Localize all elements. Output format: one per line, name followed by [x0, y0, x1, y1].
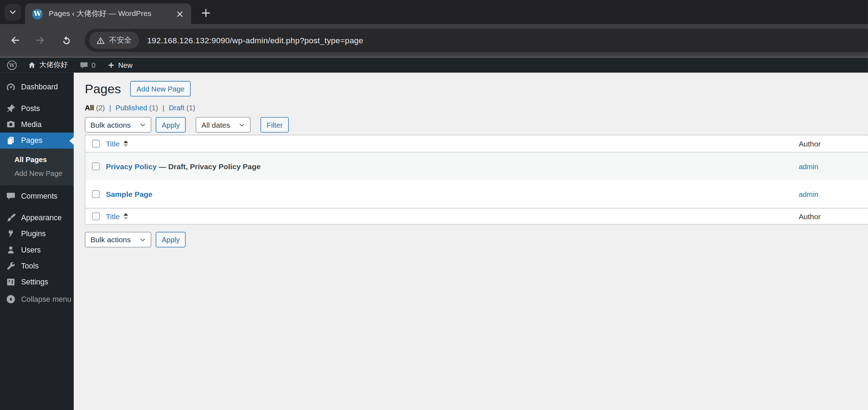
- sidebar-item-label: Tools: [21, 262, 39, 270]
- tab-title-wrap: Pages ‹ 大佬你好 — WordPres: [49, 8, 172, 19]
- forward-button[interactable]: [30, 31, 49, 50]
- apply-button[interactable]: Apply: [156, 117, 186, 133]
- menu-separator: [0, 204, 74, 210]
- submenu-add-new-page[interactable]: Add New Page: [0, 166, 74, 180]
- sidebar-item-posts[interactable]: Posts: [0, 100, 74, 116]
- tab-close-icon[interactable]: [175, 9, 185, 19]
- pushpin-icon: [6, 103, 16, 114]
- page-header: Pages Add New Page: [85, 81, 868, 96]
- filter-label: Published: [116, 104, 147, 112]
- sidebar-item-label: Pages: [21, 137, 42, 145]
- user-icon: [6, 245, 16, 255]
- wp-admin-bar: W 大佬你好 0 New: [0, 58, 868, 73]
- title-sort-link[interactable]: Title: [106, 139, 120, 148]
- title-header-cell: Title: [106, 139, 799, 148]
- comment-bubble-icon: [80, 61, 88, 69]
- filter-all-link[interactable]: All (2): [85, 104, 105, 112]
- browser-toolbar: 不安全 192.168.126.132:9090/wp-admin/edit.p…: [0, 24, 868, 56]
- home-icon: [28, 61, 36, 69]
- filter-label: All: [85, 104, 94, 112]
- sidebar-item-label: Appearance: [21, 214, 62, 222]
- tab-actions-button[interactable]: [5, 4, 21, 21]
- new-label: New: [118, 61, 133, 69]
- select-all-checkbox[interactable]: [92, 140, 100, 148]
- row-checkbox-cell: [85, 190, 106, 198]
- add-new-page-button[interactable]: Add New Page: [130, 81, 191, 96]
- media-icon: [6, 119, 16, 130]
- security-label: 不安全: [109, 35, 131, 45]
- security-chip[interactable]: 不安全: [89, 32, 139, 49]
- sidebar-item-plugins[interactable]: Plugins: [0, 226, 74, 242]
- select-value: Bulk actions: [90, 236, 131, 244]
- select-all-checkbox[interactable]: [92, 212, 100, 220]
- collapse-menu-button[interactable]: Collapse menu: [0, 291, 74, 307]
- author-link[interactable]: admin: [799, 190, 818, 198]
- table-header-row: Title Author: [85, 135, 868, 153]
- author-header-cell: Author: [799, 139, 868, 148]
- dates-filter-select[interactable]: All dates: [196, 117, 251, 133]
- pages-submenu: All Pages Add New Page: [0, 149, 74, 185]
- table-toolbar-top: Bulk actions Apply All dates Filter: [85, 117, 868, 133]
- wordpress-logo-icon: W: [7, 60, 17, 70]
- status-filter-links: All (2) | Published (1) | Draft (1): [85, 104, 868, 112]
- browser-tab[interactable]: W Pages ‹ 大佬你好 — WordPres: [25, 3, 191, 24]
- bulk-actions-select[interactable]: Bulk actions: [85, 117, 151, 133]
- filter-draft-link[interactable]: Draft (1): [169, 104, 195, 112]
- sidebar-item-label: Users: [21, 246, 41, 254]
- sort-arrows-icon: [124, 140, 128, 147]
- sort-arrows-icon: [124, 213, 128, 220]
- select-value: All dates: [201, 121, 230, 129]
- submenu-all-pages[interactable]: All Pages: [0, 153, 74, 166]
- author-footer-cell: Author: [799, 212, 868, 220]
- row-checkbox[interactable]: [92, 190, 100, 198]
- sidebar-item-pages[interactable]: Pages: [0, 133, 74, 149]
- title-sort-link[interactable]: Title: [106, 212, 120, 220]
- wp-logo-menu[interactable]: W: [6, 58, 21, 73]
- sidebar-item-tools[interactable]: Tools: [0, 258, 74, 274]
- filter-separator: |: [109, 104, 111, 112]
- filter-published-link[interactable]: Published (1): [116, 104, 158, 112]
- main-content: Pages Add New Page All (2) | Published (…: [74, 73, 868, 410]
- footer-checkbox-cell: [85, 212, 106, 220]
- reload-button[interactable]: [57, 31, 76, 50]
- table-toolbar-bottom: Bulk actions Apply: [85, 232, 868, 248]
- menu-separator: [0, 95, 74, 100]
- admin-sidebar: Dashboard Posts Media Pages: [0, 73, 74, 410]
- row-author-cell: admin: [799, 190, 868, 198]
- sidebar-item-dashboard[interactable]: Dashboard: [0, 79, 74, 95]
- apply-button-bottom[interactable]: Apply: [156, 232, 186, 248]
- filter-button[interactable]: Filter: [261, 117, 289, 133]
- new-content-menu[interactable]: New: [103, 58, 137, 73]
- paintbrush-icon: [6, 212, 16, 223]
- sidebar-item-label: Settings: [21, 278, 48, 286]
- screen: W Pages ‹ 大佬你好 — WordPres: [0, 0, 868, 410]
- sidebar-item-appearance[interactable]: Appearance: [0, 210, 74, 226]
- site-name-menu[interactable]: 大佬你好: [23, 58, 72, 73]
- pages-icon: [6, 135, 16, 146]
- sidebar-item-label: Dashboard: [21, 83, 58, 91]
- filter-count: (2): [96, 104, 105, 112]
- sidebar-item-comments[interactable]: Comments: [0, 188, 74, 204]
- author-link[interactable]: admin: [799, 162, 818, 170]
- sidebar-item-label: Comments: [21, 192, 57, 200]
- collapse-arrow-icon: [6, 294, 16, 305]
- sidebar-item-settings[interactable]: Settings: [0, 274, 74, 290]
- plug-icon: [6, 228, 16, 239]
- filter-count: (1): [186, 104, 195, 112]
- row-checkbox[interactable]: [92, 162, 100, 170]
- comment-count: 0: [91, 61, 95, 69]
- new-tab-button[interactable]: [200, 7, 212, 20]
- url-text[interactable]: 192.168.126.132:9090/wp-admin/edit.php?p…: [147, 36, 363, 45]
- header-checkbox-cell: [85, 140, 106, 148]
- sidebar-item-media[interactable]: Media: [0, 116, 74, 132]
- bulk-actions-select-bottom[interactable]: Bulk actions: [85, 232, 151, 248]
- back-button[interactable]: [6, 31, 24, 50]
- sidebar-item-label: Posts: [21, 104, 40, 112]
- comments-menu[interactable]: 0: [75, 58, 100, 73]
- address-bar[interactable]: 不安全 192.168.126.132:9090/wp-admin/edit.p…: [85, 29, 868, 52]
- select-value: Bulk actions: [90, 121, 131, 129]
- page-body: Dashboard Posts Media Pages: [0, 73, 868, 410]
- sidebar-item-users[interactable]: Users: [0, 242, 74, 258]
- page-title-link[interactable]: Sample Page: [106, 190, 152, 198]
- page-title-link[interactable]: Privacy Policy: [106, 162, 157, 170]
